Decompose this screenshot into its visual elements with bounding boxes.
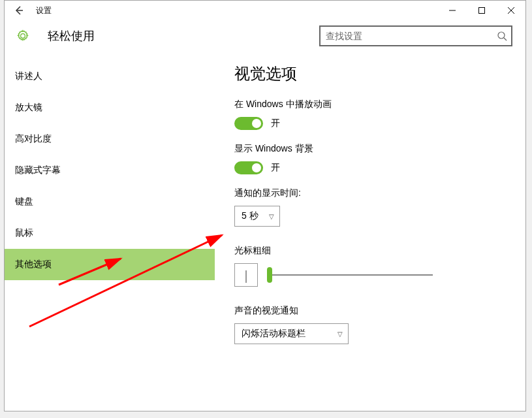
svg-point-4 bbox=[498, 32, 505, 39]
window-controls bbox=[437, 1, 525, 20]
maximize-icon bbox=[478, 7, 485, 14]
sidebar-item-label: 隐藏式字幕 bbox=[15, 165, 61, 176]
toggle-knob bbox=[252, 119, 261, 128]
notify-time-label: 通知的显示时间: bbox=[234, 187, 506, 199]
notify-time-combo[interactable]: 5 秒 ▽ bbox=[234, 206, 280, 227]
slider-thumb[interactable] bbox=[267, 267, 272, 283]
main-panel: 视觉选项 在 Windows 中播放动画 开 显示 Windows 背景 开 通… bbox=[215, 52, 525, 411]
animate-label: 在 Windows 中播放动画 bbox=[234, 99, 506, 110]
notify-time-value: 5 秒 bbox=[242, 210, 258, 222]
sidebar-item-high-contrast[interactable]: 高对比度 bbox=[5, 123, 215, 155]
sidebar-item-label: 其他选项 bbox=[15, 259, 52, 270]
sound-visual-combo[interactable]: 闪烁活动标题栏 ▽ bbox=[234, 323, 349, 344]
sidebar-item-other-options[interactable]: 其他选项 bbox=[5, 249, 215, 280]
animate-toggle[interactable] bbox=[234, 117, 263, 130]
background-toggle-row: 开 bbox=[234, 161, 506, 174]
animate-toggle-row: 开 bbox=[234, 117, 506, 130]
arrow-left-icon bbox=[14, 5, 24, 16]
cursor-thickness-slider[interactable] bbox=[270, 268, 433, 281]
app-title: 轻松使用 bbox=[48, 28, 95, 44]
sidebar-item-closed-captions[interactable]: 隐藏式字幕 bbox=[5, 155, 215, 186]
sidebar-item-label: 键盘 bbox=[15, 196, 33, 208]
titlebar: 设置 bbox=[5, 1, 525, 20]
maximize-button[interactable] bbox=[467, 1, 496, 20]
search-icon bbox=[497, 31, 507, 41]
cursor-row: | bbox=[234, 263, 506, 287]
sidebar-item-label: 放大镜 bbox=[15, 102, 42, 114]
sidebar-item-narrator[interactable]: 讲述人 bbox=[5, 61, 215, 92]
minimize-button[interactable] bbox=[437, 1, 467, 20]
sidebar-item-label: 鼠标 bbox=[15, 227, 33, 239]
sidebar-item-label: 高对比度 bbox=[15, 133, 52, 145]
chevron-down-icon: ▽ bbox=[269, 213, 274, 220]
settings-window: 设置 轻松使用 讲述人 放大镜 高对比度 隐藏式字幕 键盘 鼠标 其他选项 视觉… bbox=[4, 0, 526, 411]
close-button[interactable] bbox=[496, 1, 525, 20]
sidebar-item-keyboard[interactable]: 键盘 bbox=[5, 186, 215, 217]
sidebar-item-mouse[interactable]: 鼠标 bbox=[5, 217, 215, 249]
content: 讲述人 放大镜 高对比度 隐藏式字幕 键盘 鼠标 其他选项 视觉选项 在 Win… bbox=[5, 52, 525, 411]
chevron-down-icon: ▽ bbox=[337, 330, 343, 338]
sidebar-item-magnifier[interactable]: 放大镜 bbox=[5, 92, 215, 123]
minimize-icon bbox=[449, 7, 456, 14]
animate-status: 开 bbox=[271, 118, 280, 129]
back-button[interactable] bbox=[5, 1, 33, 20]
slider-track bbox=[270, 274, 433, 276]
svg-rect-1 bbox=[478, 8, 484, 14]
gear-icon bbox=[16, 29, 29, 42]
sidebar: 讲述人 放大镜 高对比度 隐藏式字幕 键盘 鼠标 其他选项 bbox=[5, 52, 215, 411]
cursor-label: 光标粗细 bbox=[234, 245, 506, 257]
search-input[interactable] bbox=[326, 31, 497, 41]
svg-line-5 bbox=[504, 38, 507, 40]
cursor-preview: | bbox=[234, 263, 258, 287]
background-toggle[interactable] bbox=[234, 161, 263, 174]
sidebar-item-label: 讲述人 bbox=[15, 71, 42, 82]
background-status: 开 bbox=[271, 162, 280, 174]
sound-visual-value: 闪烁活动标题栏 bbox=[242, 328, 305, 340]
sound-visual-label: 声音的视觉通知 bbox=[234, 305, 506, 317]
search-box[interactable] bbox=[319, 25, 512, 46]
header: 轻松使用 bbox=[5, 20, 525, 52]
close-icon bbox=[508, 7, 514, 14]
titlebar-label: 设置 bbox=[36, 5, 52, 16]
toggle-knob bbox=[252, 163, 261, 172]
page-title: 视觉选项 bbox=[234, 63, 506, 84]
background-label: 显示 Windows 背景 bbox=[234, 143, 506, 155]
